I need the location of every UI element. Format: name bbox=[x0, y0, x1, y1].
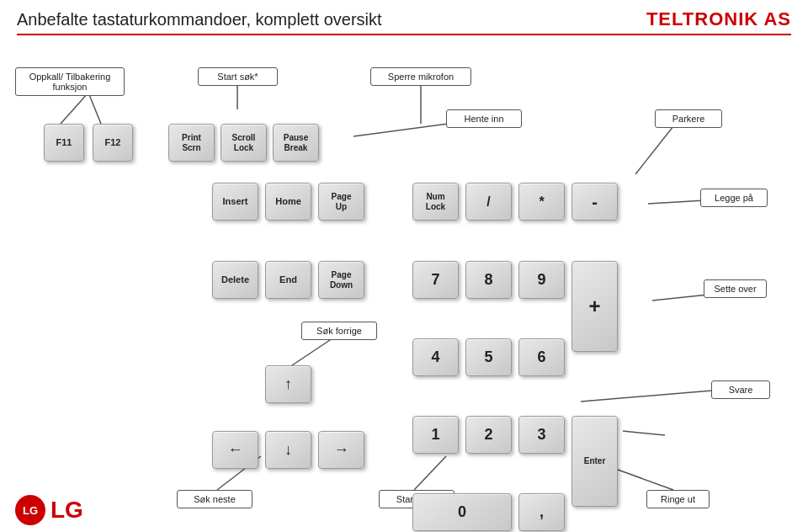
lg-circle-icon: LG bbox=[15, 495, 45, 525]
lg-logo: LG LG bbox=[15, 495, 83, 525]
svg-line-11 bbox=[414, 456, 446, 490]
key-pause-break[interactable]: Pause Break bbox=[273, 124, 319, 162]
key-arrow-down[interactable]: ↓ bbox=[265, 431, 311, 469]
key-comma[interactable]: , bbox=[518, 493, 565, 531]
key-1[interactable]: 1 bbox=[412, 416, 459, 454]
key-delete[interactable]: Delete bbox=[212, 261, 258, 299]
header: Anbefalte tastaturkommandoer, komplett o… bbox=[0, 0, 808, 34]
key-9[interactable]: 9 bbox=[518, 261, 565, 299]
key-f11[interactable]: F11 bbox=[44, 124, 84, 162]
key-0[interactable]: 0 bbox=[412, 493, 512, 531]
key-page-down[interactable]: Page Down bbox=[318, 261, 364, 299]
key-end[interactable]: End bbox=[265, 261, 311, 299]
label-legge-pa: Legge på bbox=[700, 189, 768, 207]
key-arrow-left[interactable]: ← bbox=[212, 431, 258, 469]
label-hente-inn: Hente inn bbox=[446, 109, 522, 128]
label-ringe-ut: Ringe ut bbox=[646, 490, 710, 508]
key-insert[interactable]: Insert bbox=[212, 183, 258, 221]
label-sok-neste: Søk neste bbox=[177, 490, 252, 508]
lg-text: LG bbox=[50, 497, 83, 524]
key-8[interactable]: 8 bbox=[465, 261, 512, 299]
key-slash[interactable]: / bbox=[465, 183, 512, 221]
svg-line-1 bbox=[88, 93, 101, 124]
key-scroll-lock[interactable]: Scroll Lock bbox=[221, 124, 267, 162]
key-asterisk[interactable]: * bbox=[518, 183, 565, 221]
key-f12[interactable]: F12 bbox=[93, 124, 133, 162]
svg-line-5 bbox=[635, 126, 673, 174]
key-6[interactable]: 6 bbox=[518, 338, 565, 376]
svg-line-13 bbox=[623, 431, 665, 435]
label-sok-forrige: Søk forrige bbox=[301, 322, 377, 340]
key-4[interactable]: 4 bbox=[412, 338, 459, 376]
key-arrow-up[interactable]: ↑ bbox=[265, 365, 311, 403]
key-3[interactable]: 3 bbox=[518, 416, 565, 454]
label-svare: Svare bbox=[711, 380, 770, 399]
svg-line-9 bbox=[581, 389, 732, 402]
key-home[interactable]: Home bbox=[265, 183, 311, 221]
label-sette-over: Sette over bbox=[704, 279, 767, 298]
key-enter[interactable]: Enter bbox=[571, 416, 618, 507]
key-7[interactable]: 7 bbox=[412, 261, 459, 299]
key-print-scrn[interactable]: Print Scrn bbox=[168, 124, 215, 162]
key-arrow-right[interactable]: → bbox=[318, 431, 364, 469]
label-parkere: Parkere bbox=[655, 109, 722, 128]
key-page-up[interactable]: Page Up bbox=[318, 183, 364, 221]
key-2[interactable]: 2 bbox=[465, 416, 512, 454]
label-start-sok: Start søk* bbox=[198, 67, 278, 86]
page-title: Anbefalte tastaturkommandoer, komplett o… bbox=[17, 10, 382, 29]
key-5[interactable]: 5 bbox=[465, 338, 512, 376]
key-plus[interactable]: + bbox=[571, 261, 618, 352]
label-sperre-mikrofon: Sperre mikrofon bbox=[370, 67, 471, 86]
teltronik-logo: TELTRONIK AS bbox=[646, 8, 791, 30]
label-oppkall: Oppkall/ Tilbakering funksjon bbox=[15, 67, 125, 96]
key-minus[interactable]: - bbox=[571, 183, 618, 221]
main-content: Oppkall/ Tilbakering funksjon Start søk*… bbox=[0, 35, 808, 532]
key-num-lock[interactable]: Num Lock bbox=[412, 183, 459, 221]
svg-line-0 bbox=[61, 93, 88, 124]
